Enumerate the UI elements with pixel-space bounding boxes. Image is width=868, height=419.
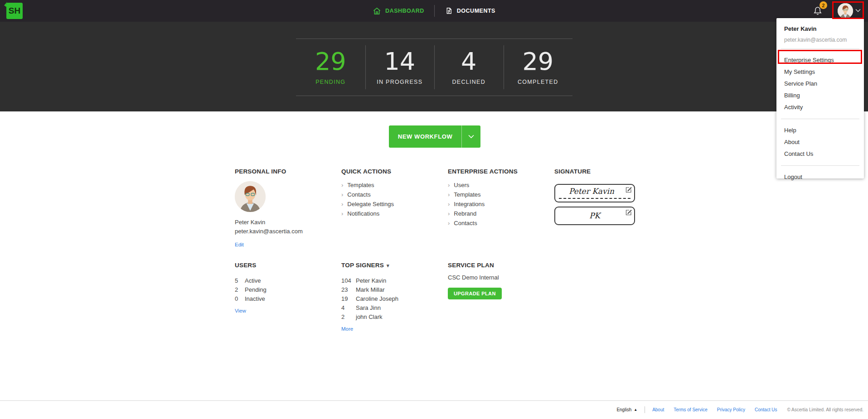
quick-actions-section: QUICK ACTIONS ›Templates ›Contacts ›Dele… <box>341 168 445 218</box>
quick-action-label: Notifications <box>347 210 379 217</box>
signer-count: 4 <box>341 304 356 311</box>
signature-section: SIGNATURE Peter Kavin PK <box>554 168 637 229</box>
users-active-label: Active <box>245 277 261 284</box>
new-workflow-split-button: NEW WORKFLOW <box>389 125 480 148</box>
quick-action-contacts[interactable]: ›Contacts <box>341 190 445 199</box>
avatar-image <box>235 181 266 212</box>
top-signers-heading[interactable]: TOP SIGNERS▾ <box>341 262 445 269</box>
chevron-right-icon: › <box>448 220 450 226</box>
stat-in-progress[interactable]: 14 IN PROGRESS <box>365 39 435 96</box>
service-plan-section: SERVICE PLAN CSC Demo Internal UPGRADE P… <box>448 262 551 299</box>
footer-link-about[interactable]: About <box>652 407 664 412</box>
menu-item-about[interactable]: About <box>776 136 864 148</box>
signer-count: 19 <box>341 295 356 302</box>
service-plan-name: CSC Demo Internal <box>448 274 551 281</box>
footer-link-contact[interactable]: Contact Us <box>755 407 777 412</box>
user-menu-chevron-down-icon[interactable] <box>855 9 861 12</box>
avatar-image <box>838 3 853 19</box>
menu-user-name: Peter Kavin <box>776 18 864 32</box>
stat-completed-value: 29 <box>522 49 553 74</box>
enterprise-action-templates[interactable]: ›Templates <box>448 190 551 199</box>
signature-heading: SIGNATURE <box>554 168 637 175</box>
users-inactive-row: 0Inactive <box>235 294 338 303</box>
profile-name: Peter Kavin <box>235 218 338 227</box>
stat-pending-value: 29 <box>315 49 346 74</box>
edit-profile-link[interactable]: Edit <box>235 242 244 247</box>
top-signers-section: TOP SIGNERS▾ 104Peter Kavin 23Mark Milla… <box>341 262 445 332</box>
chevron-right-icon: › <box>341 211 343 217</box>
new-workflow-button[interactable]: NEW WORKFLOW <box>389 125 461 148</box>
enterprise-actions-heading: ENTERPRISE ACTIONS <box>448 168 551 175</box>
stat-completed[interactable]: 29 COMPLETED <box>504 39 573 96</box>
tab-documents[interactable]: DOCUMENTS <box>435 0 505 22</box>
menu-item-my-settings[interactable]: My Settings <box>776 66 864 78</box>
signature-preview-box[interactable]: Peter Kavin <box>554 184 635 202</box>
users-section: USERS 5Active 2Pending 0Inactive View <box>235 262 338 314</box>
home-icon <box>373 7 381 15</box>
top-signer-row: 104Peter Kavin <box>341 276 445 285</box>
tab-dashboard-label: DASHBOARD <box>385 8 424 14</box>
quick-action-templates[interactable]: ›Templates <box>341 180 445 190</box>
menu-item-enterprise-settings[interactable]: Enterprise Settings <box>776 54 864 66</box>
stat-in-progress-value: 14 <box>384 49 415 74</box>
language-selector[interactable]: English ▲ <box>616 407 637 412</box>
footer-link-privacy[interactable]: Privacy Policy <box>717 407 745 412</box>
top-signer-row: 19Caroline Joseph <box>341 294 445 303</box>
edit-initials-icon[interactable] <box>626 209 632 216</box>
profile-email: peter.kavin@ascertia.com <box>235 227 338 236</box>
menu-item-billing[interactable]: Billing <box>776 90 864 101</box>
enterprise-action-users[interactable]: ›Users <box>448 180 551 190</box>
profile-avatar <box>235 181 266 212</box>
signer-count: 2 <box>341 313 356 320</box>
menu-item-help[interactable]: Help <box>776 125 864 136</box>
signer-name: Mark Millar <box>356 286 385 293</box>
user-avatar-button[interactable] <box>838 3 853 19</box>
chevron-down-icon <box>468 135 474 139</box>
tab-dashboard[interactable]: DASHBOARD <box>363 0 434 22</box>
stat-pending[interactable]: 29 PENDING <box>296 39 365 96</box>
chevron-right-icon: › <box>341 201 343 207</box>
menu-divider <box>781 48 859 49</box>
chevron-right-icon: › <box>448 182 450 188</box>
users-view-link[interactable]: View <box>235 308 246 313</box>
edit-signature-icon[interactable] <box>626 187 632 193</box>
tab-documents-label: DOCUMENTS <box>457 8 495 14</box>
signature-text: Peter Kavin <box>555 187 628 196</box>
signer-name: Peter Kavin <box>356 277 386 284</box>
enterprise-action-label: Rebrand <box>454 210 476 217</box>
stat-declined[interactable]: 4 DECLINED <box>434 39 504 96</box>
signer-name: john Clark <box>356 313 383 320</box>
signer-name: Sara Jinn <box>356 304 381 311</box>
quick-action-delegate-settings[interactable]: ›Delegate Settings <box>341 199 445 209</box>
enterprise-action-contacts[interactable]: ›Contacts <box>448 218 551 228</box>
upgrade-plan-button[interactable]: UPGRADE PLAN <box>448 288 502 299</box>
stat-pending-label: PENDING <box>315 79 345 85</box>
enterprise-actions-section: ENTERPRISE ACTIONS ›Users ›Templates ›In… <box>448 168 551 228</box>
enterprise-action-label: Templates <box>454 191 480 198</box>
footer-link-terms[interactable]: Terms of Service <box>674 407 707 412</box>
top-signer-row: 4Sara Jinn <box>341 303 445 312</box>
caret-up-icon: ▲ <box>634 408 637 412</box>
users-pending-row: 2Pending <box>235 285 338 294</box>
chevron-right-icon: › <box>448 211 450 217</box>
menu-item-activity[interactable]: Activity <box>776 101 864 113</box>
footer: English ▲ About Terms of Service Privacy… <box>616 406 863 413</box>
caret-down-icon: ▾ <box>387 263 389 268</box>
top-signers-more-link[interactable]: More <box>341 326 353 332</box>
quick-action-notifications[interactable]: ›Notifications <box>341 209 445 218</box>
chevron-right-icon: › <box>448 192 450 197</box>
chevron-right-icon: › <box>341 182 343 188</box>
menu-item-contact-us[interactable]: Contact Us <box>776 148 864 160</box>
initials-preview-box[interactable]: PK <box>554 207 635 225</box>
new-workflow-dropdown-button[interactable] <box>461 125 480 148</box>
menu-item-logout[interactable]: Logout <box>776 171 864 183</box>
enterprise-action-integrations[interactable]: ›Integrations <box>448 199 551 209</box>
enterprise-action-rebrand[interactable]: ›Rebrand <box>448 209 551 218</box>
language-label: English <box>616 407 631 412</box>
user-dropdown-menu: Peter Kavin peter.kavin@ascertia.com Ent… <box>776 18 864 178</box>
quick-actions-heading: QUICK ACTIONS <box>341 168 445 175</box>
menu-item-service-plan[interactable]: Service Plan <box>776 78 864 90</box>
users-active-row: 5Active <box>235 276 338 285</box>
menu-divider <box>781 165 859 166</box>
personal-info-section: PERSONAL INFO Peter Kavin peter.kavin@as… <box>235 168 338 248</box>
